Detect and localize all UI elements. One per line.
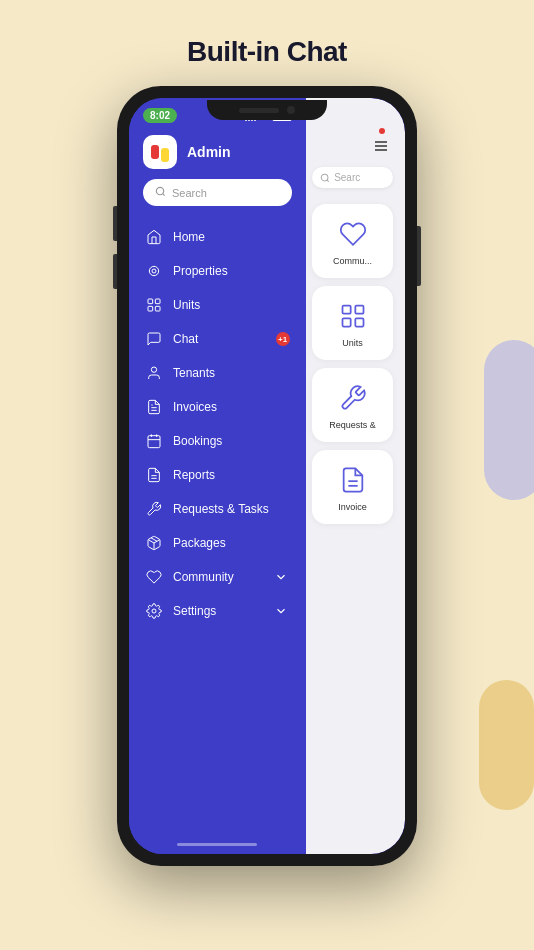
svg-rect-26 bbox=[355, 306, 363, 314]
home-icon bbox=[145, 228, 163, 246]
search-container: Search bbox=[129, 179, 306, 216]
requests-card-icon bbox=[335, 380, 371, 416]
tool-icon bbox=[145, 500, 163, 518]
decorative-blob-bottom bbox=[479, 680, 534, 810]
sidebar-item-bookings[interactable]: Bookings bbox=[129, 424, 306, 458]
phone-screen: 8:02 ∿ bbox=[129, 98, 405, 854]
package-icon bbox=[145, 534, 163, 552]
sidebar-item-properties[interactable]: Properties bbox=[129, 254, 306, 288]
front-camera bbox=[287, 106, 295, 114]
nav-list: Home Properties Units bbox=[129, 216, 306, 834]
right-card-community[interactable]: Commu... bbox=[312, 204, 393, 278]
sidebar-item-label: Reports bbox=[173, 468, 290, 482]
svg-point-23 bbox=[321, 174, 328, 181]
chevron-down-icon bbox=[272, 602, 290, 620]
map-pin-icon bbox=[145, 262, 163, 280]
sidebar-item-settings[interactable]: Settings bbox=[129, 594, 306, 628]
svg-rect-6 bbox=[155, 306, 160, 311]
notification-dot bbox=[379, 128, 385, 134]
svg-rect-25 bbox=[342, 306, 350, 314]
menu-icon[interactable] bbox=[373, 138, 389, 157]
svg-point-19 bbox=[152, 609, 156, 613]
right-search-box[interactable]: Searc bbox=[312, 167, 393, 188]
sidebar-item-home[interactable]: Home bbox=[129, 220, 306, 254]
sidebar-item-reports[interactable]: Reports bbox=[129, 458, 306, 492]
chevron-down-icon bbox=[272, 568, 290, 586]
right-card-units[interactable]: Units bbox=[312, 286, 393, 360]
right-card-requests[interactable]: Requests & bbox=[312, 368, 393, 442]
right-panel: Searc Commu... Units Re bbox=[300, 98, 405, 854]
volume-up-button bbox=[113, 206, 117, 241]
grid-icon bbox=[145, 296, 163, 314]
decorative-blob-right bbox=[484, 340, 534, 500]
phone-frame: 8:02 ∿ bbox=[117, 86, 417, 866]
file-text-icon bbox=[145, 398, 163, 416]
sidebar-item-units[interactable]: Units bbox=[129, 288, 306, 322]
community-card-icon bbox=[335, 216, 371, 252]
page-title: Built-in Chat bbox=[187, 36, 347, 68]
sidebar-item-label: Properties bbox=[173, 264, 290, 278]
svg-line-24 bbox=[327, 179, 329, 181]
sidebar-item-tenants[interactable]: Tenants bbox=[129, 356, 306, 390]
svg-rect-11 bbox=[148, 436, 160, 448]
chat-icon bbox=[145, 330, 163, 348]
svg-rect-28 bbox=[342, 318, 350, 326]
sidebar-item-invoices[interactable]: Invoices bbox=[129, 390, 306, 424]
svg-rect-4 bbox=[148, 299, 153, 304]
status-time: 8:02 bbox=[143, 108, 177, 123]
sidebar-item-community[interactable]: Community bbox=[129, 560, 306, 594]
units-card-icon bbox=[335, 298, 371, 334]
sidebar-item-requests-tasks[interactable]: Requests & Tasks bbox=[129, 492, 306, 526]
right-panel-header bbox=[308, 108, 397, 163]
search-box[interactable]: Search bbox=[143, 179, 292, 206]
search-placeholder: Search bbox=[172, 187, 207, 199]
sidebar-item-label: Packages bbox=[173, 536, 290, 550]
sidebar-item-label: Community bbox=[173, 570, 262, 584]
user-header: Admin bbox=[129, 129, 306, 179]
svg-rect-5 bbox=[155, 299, 160, 304]
sidebar-item-packages[interactable]: Packages bbox=[129, 526, 306, 560]
right-card-label: Requests & bbox=[329, 420, 376, 430]
sidebar: 8:02 ∿ bbox=[129, 98, 306, 854]
right-search-icon bbox=[320, 173, 330, 183]
sidebar-item-label: Settings bbox=[173, 604, 262, 618]
sidebar-item-label: Invoices bbox=[173, 400, 290, 414]
sidebar-item-chat[interactable]: Chat +1 bbox=[129, 322, 306, 356]
sidebar-item-label: Bookings bbox=[173, 434, 290, 448]
user-name: Admin bbox=[187, 144, 231, 160]
svg-point-8 bbox=[151, 367, 156, 372]
svg-rect-7 bbox=[148, 306, 153, 311]
svg-point-0 bbox=[156, 187, 163, 194]
user-icon bbox=[145, 364, 163, 382]
speaker bbox=[239, 108, 279, 113]
right-card-label: Units bbox=[342, 338, 363, 348]
chat-badge: +1 bbox=[276, 332, 290, 346]
avatar bbox=[143, 135, 177, 169]
power-button bbox=[417, 226, 421, 286]
search-icon bbox=[155, 186, 166, 199]
sidebar-item-label: Tenants bbox=[173, 366, 290, 380]
right-card-label: Commu... bbox=[333, 256, 372, 266]
calendar-icon bbox=[145, 432, 163, 450]
svg-line-17 bbox=[151, 538, 157, 541]
svg-rect-27 bbox=[355, 318, 363, 326]
settings-icon bbox=[145, 602, 163, 620]
sidebar-item-label: Home bbox=[173, 230, 290, 244]
svg-line-1 bbox=[163, 194, 165, 196]
home-indicator bbox=[129, 834, 306, 854]
svg-point-2 bbox=[149, 266, 158, 275]
right-card-invoices[interactable]: Invoice bbox=[312, 450, 393, 524]
heart-icon bbox=[145, 568, 163, 586]
svg-point-3 bbox=[152, 269, 156, 273]
sidebar-item-label: Requests & Tasks bbox=[173, 502, 290, 516]
right-card-label: Invoice bbox=[338, 502, 367, 512]
reports-icon bbox=[145, 466, 163, 484]
phone-notch bbox=[207, 100, 327, 120]
invoices-card-icon bbox=[335, 462, 371, 498]
volume-down-button bbox=[113, 254, 117, 289]
sidebar-item-label: Units bbox=[173, 298, 290, 312]
right-search-placeholder: Searc bbox=[334, 172, 360, 183]
sidebar-item-label: Chat bbox=[173, 332, 266, 346]
